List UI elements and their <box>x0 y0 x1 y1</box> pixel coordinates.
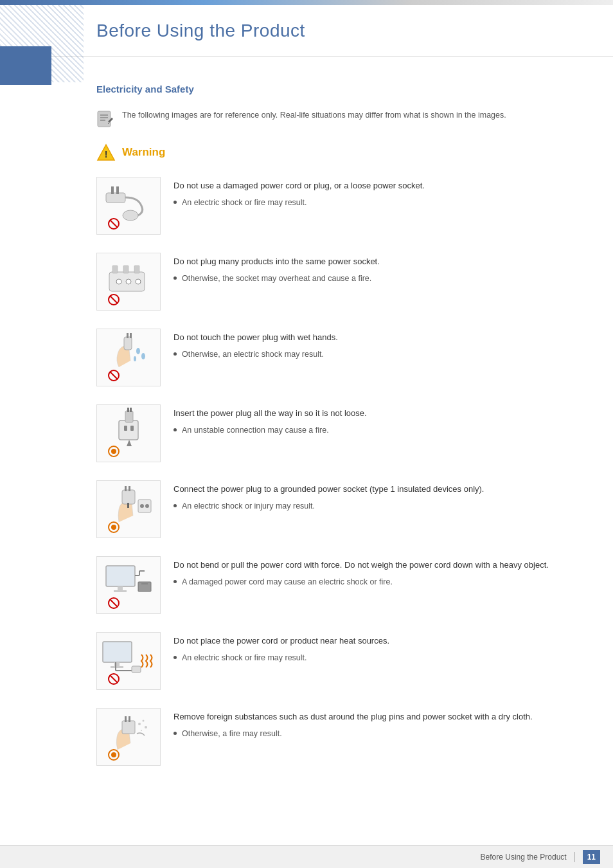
svg-point-73 <box>141 730 142 731</box>
warning-item-image-8 <box>96 708 161 766</box>
warning-item: Do not use a damaged power cord or plug,… <box>96 177 574 235</box>
svg-rect-10 <box>116 186 119 194</box>
bullet-text-8: Otherwise, a fire may result. <box>182 728 282 740</box>
warning-title-3: Do not touch the power plug with wet han… <box>173 331 574 344</box>
bullet-dot <box>173 201 177 204</box>
warning-item: Do not bend or pull the power cord with … <box>96 556 574 614</box>
warning-item-image-4 <box>96 404 161 462</box>
svg-point-72 <box>145 726 147 728</box>
bullet-text-5: An electric shock or injury may result. <box>182 500 315 512</box>
bullet-dot <box>173 580 177 583</box>
bullet-text-2: Otherwise, the socket may overheat and c… <box>182 273 371 285</box>
bullet-dot <box>173 732 177 735</box>
warning-title-4: Insert the power plug all the way in so … <box>173 407 574 420</box>
bullet-text-7: An electric shock or fire may result. <box>182 652 307 664</box>
svg-text:!: ! <box>105 149 108 159</box>
svg-line-66 <box>110 675 118 683</box>
warning-title-2: Do not plug many products into the same … <box>173 255 574 268</box>
svg-rect-0 <box>98 111 111 127</box>
warning-header: ! Warning <box>96 143 574 161</box>
warning-bullet-4: An unstable connection may cause a fire. <box>173 424 574 437</box>
svg-rect-69 <box>129 716 130 722</box>
warning-title-7: Do not place the power cord or product n… <box>173 635 574 647</box>
svg-rect-41 <box>125 486 127 491</box>
warning-title-1: Do not use a damaged power cord or plug,… <box>173 179 574 192</box>
bullet-dot <box>173 428 177 431</box>
svg-point-48 <box>111 525 116 530</box>
warning-triangle-icon: ! <box>96 143 116 161</box>
svg-rect-34 <box>125 411 133 422</box>
svg-point-75 <box>111 752 116 757</box>
warning-title-6: Do not bend or pull the power cord with … <box>173 559 574 572</box>
warning-item-text-7: Do not place the power cord or product n… <box>173 632 574 664</box>
bullet-text-4: An unstable connection may cause a fire. <box>182 424 329 437</box>
warning-title-5: Connect the power plug to a grounded pow… <box>173 483 574 496</box>
warning-title-8: Remove foreign substances such as dust a… <box>173 710 574 723</box>
svg-rect-42 <box>129 486 130 491</box>
svg-rect-67 <box>122 721 135 734</box>
warning-item-text-4: Insert the power plug all the way in so … <box>173 404 574 437</box>
warning-bullet-2: Otherwise, the socket may overheat and c… <box>173 273 574 285</box>
warning-item-text-2: Do not plug many products into the same … <box>173 253 574 285</box>
svg-rect-31 <box>119 420 138 440</box>
warning-item-image-7 <box>96 632 161 690</box>
warning-bullet-5: An electric shock or injury may result. <box>173 500 574 512</box>
svg-point-45 <box>140 504 144 508</box>
svg-point-16 <box>126 279 131 284</box>
section-heading: Electricity and Safety <box>96 82 574 97</box>
note-icon <box>96 110 114 128</box>
svg-marker-37 <box>127 440 132 446</box>
warning-item-image-3 <box>96 329 161 386</box>
warning-item: Do not place the power cord or product n… <box>96 632 574 690</box>
note-row: The following images are for reference o… <box>96 109 574 128</box>
warning-item-image-6 <box>96 556 161 614</box>
page-footer: Before Using the Product 11 <box>0 845 613 868</box>
warning-bullet-1: An electric shock or fire may result. <box>173 197 574 209</box>
svg-line-13 <box>110 220 118 228</box>
svg-rect-68 <box>125 716 127 722</box>
warning-item-text-5: Connect the power plug to a grounded pow… <box>173 480 574 512</box>
warning-item-image-1 <box>96 177 161 235</box>
top-stripe <box>0 0 613 5</box>
svg-rect-43 <box>127 503 129 508</box>
bullet-dot <box>173 352 177 356</box>
svg-rect-35 <box>127 408 129 412</box>
footer-separator <box>574 852 575 862</box>
svg-rect-49 <box>106 566 135 586</box>
svg-rect-19 <box>123 266 129 273</box>
warning-label: Warning <box>122 144 165 161</box>
svg-rect-20 <box>134 266 139 273</box>
svg-rect-61 <box>111 666 123 668</box>
svg-point-17 <box>136 279 141 284</box>
svg-rect-50 <box>118 586 123 590</box>
svg-point-26 <box>136 348 140 354</box>
svg-rect-40 <box>122 490 135 504</box>
page-header: Before Using the Product <box>0 5 613 57</box>
warning-item-text-3: Do not touch the power plug with wet han… <box>173 329 574 361</box>
warning-bullet-7: An electric shock or fire may result. <box>173 652 574 664</box>
svg-point-15 <box>116 279 121 284</box>
svg-point-39 <box>111 449 116 454</box>
svg-point-11 <box>123 210 138 221</box>
warning-item: Remove foreign substances such as dust a… <box>96 708 574 766</box>
bullet-text-6: A damaged power cord may cause an electr… <box>182 576 393 588</box>
svg-point-46 <box>145 504 149 508</box>
svg-line-30 <box>110 372 118 379</box>
svg-rect-24 <box>127 333 129 338</box>
warning-bullet-6: A damaged power cord may cause an electr… <box>173 576 574 588</box>
svg-rect-8 <box>106 193 125 203</box>
svg-rect-36 <box>130 408 132 412</box>
warning-item: Do not plug many products into the same … <box>96 253 574 311</box>
svg-line-22 <box>110 296 118 303</box>
bullet-dot <box>173 276 177 280</box>
svg-rect-33 <box>130 426 134 431</box>
svg-line-58 <box>110 599 118 607</box>
warning-item: Connect the power plug to a grounded pow… <box>96 480 574 538</box>
bullet-dot <box>173 504 177 507</box>
bullet-dot <box>173 656 177 659</box>
svg-point-70 <box>138 723 141 725</box>
warning-bullet-8: Otherwise, a fire may result. <box>173 728 574 740</box>
note-text: The following images are for reference o… <box>122 109 506 122</box>
page-title: Before Using the Product <box>96 17 305 44</box>
svg-point-28 <box>134 356 136 361</box>
